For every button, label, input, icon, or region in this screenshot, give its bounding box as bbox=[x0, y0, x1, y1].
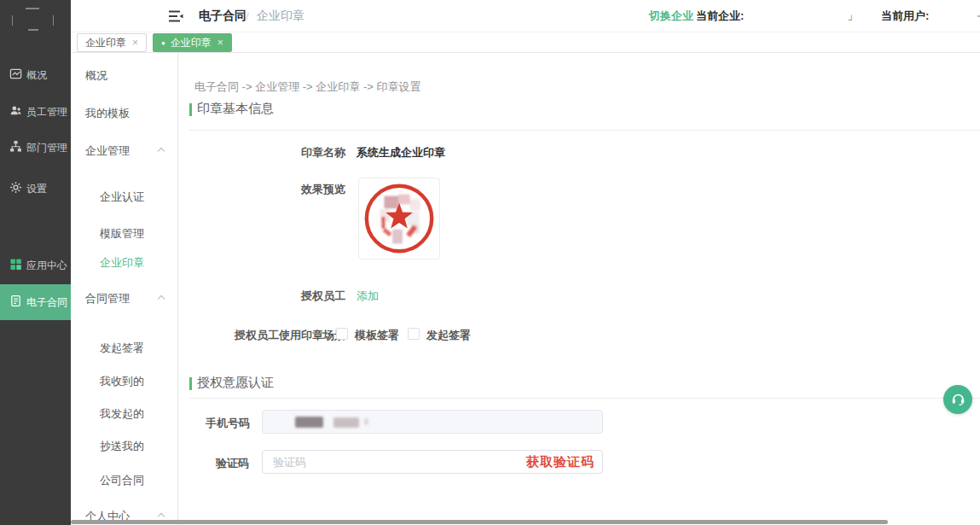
checkbox-initiate-sign-label[interactable]: 发起签署 bbox=[426, 328, 471, 343]
verification-code-field: 获取验证码 bbox=[262, 450, 603, 474]
get-code-button[interactable]: 获取验证码 bbox=[526, 454, 602, 470]
page-breadcrumb: 电子合同 -> 企业管理 -> 企业印章 -> 印章设置 bbox=[194, 79, 420, 95]
org-tree-icon bbox=[9, 140, 22, 156]
phone-number-input bbox=[262, 410, 603, 434]
section-title-auth-will: 授权意愿认证 bbox=[197, 375, 274, 391]
grid-icon bbox=[9, 258, 22, 274]
redacted-phone-value bbox=[295, 417, 323, 428]
tab-bar: 企业印章 × ● 企业印章 × bbox=[71, 32, 980, 53]
close-tab-icon[interactable]: × bbox=[132, 37, 138, 49]
submenu-overview[interactable]: 概况 bbox=[71, 68, 177, 84]
close-tab-icon[interactable]: × bbox=[217, 37, 223, 49]
tab-enterprise-seal-2-active[interactable]: ● 企业印章 × bbox=[153, 33, 232, 52]
customer-service-button[interactable] bbox=[943, 385, 972, 414]
people-icon bbox=[9, 104, 22, 120]
seal-name-value: 系统生成企业印章 bbox=[357, 145, 445, 160]
header-app-title: 电子合同 bbox=[199, 0, 246, 32]
add-staff-link[interactable]: 添加 bbox=[357, 289, 379, 304]
submenu-received[interactable]: 我收到的 bbox=[71, 374, 177, 389]
collapse-menu-icon[interactable] bbox=[169, 0, 183, 32]
redacted-phone-value bbox=[333, 417, 359, 428]
submenu-cc-me[interactable]: 抄送我的 bbox=[71, 439, 177, 454]
current-user-label: 当前用户: bbox=[881, 0, 929, 32]
code-label: 验证码 bbox=[205, 456, 249, 471]
document-icon bbox=[9, 295, 22, 311]
submenu-contract-management[interactable]: 合同管理 bbox=[71, 291, 177, 306]
checkbox-template-sign[interactable] bbox=[336, 328, 348, 340]
gear-icon bbox=[9, 181, 22, 197]
seal-name-label: 印章名称 bbox=[217, 145, 345, 160]
tab-enterprise-seal-1[interactable]: 企业印章 × bbox=[77, 33, 147, 52]
preview-label: 效果预览 bbox=[217, 182, 345, 197]
section-title-seal-info: 印章基本信息 bbox=[197, 101, 274, 117]
headset-icon bbox=[950, 390, 966, 410]
section-accent-bar bbox=[189, 103, 192, 116]
submenu-initiate-sign[interactable]: 发起签署 bbox=[71, 341, 177, 356]
sidebar-item-settings[interactable]: 设置 bbox=[0, 180, 71, 197]
redacted-phone-value bbox=[364, 418, 368, 425]
module-sidebar: 概况 我的模板 企业管理 企业认证 模版管理 企业印章 合同管理 发起签署 我收… bbox=[71, 53, 178, 525]
submenu-enterprise-seal[interactable]: 企业印章 bbox=[71, 255, 177, 271]
active-tab-dot-icon: ● bbox=[161, 39, 165, 47]
company-seal-graphic bbox=[359, 178, 439, 259]
phone-label: 手机号码 bbox=[196, 416, 250, 431]
sidebar-item-e-contract[interactable]: 电子合同 bbox=[0, 284, 71, 320]
breadcrumb-separator: / bbox=[246, 0, 249, 32]
authorized-staff-label: 授权员工 bbox=[217, 289, 345, 304]
section-divider bbox=[189, 398, 980, 399]
submenu-template-management[interactable]: 模版管理 bbox=[71, 226, 177, 242]
section-accent-bar bbox=[189, 377, 192, 390]
top-header: 电子合同 / 企业印章 切换企业 当前企业: 」 当前用户: ▾ bbox=[71, 0, 980, 32]
sidebar-item-department-management[interactable]: 部门管理 bbox=[0, 139, 71, 156]
section-divider bbox=[189, 130, 980, 131]
sidebar-item-staff-management[interactable]: 员工管理 bbox=[0, 103, 71, 120]
checkbox-initiate-sign[interactable] bbox=[408, 328, 420, 340]
current-company-label: 当前企业: bbox=[696, 0, 744, 32]
sidebar-item-app-center[interactable]: 应用中心 bbox=[0, 257, 71, 274]
sidebar-item-overview[interactable]: 概况 bbox=[0, 67, 71, 84]
company-logo bbox=[0, 0, 71, 32]
submenu-initiated[interactable]: 我发起的 bbox=[71, 406, 177, 422]
submenu-enterprise-auth[interactable]: 企业认证 bbox=[71, 190, 177, 205]
submenu-my-templates[interactable]: 我的模板 bbox=[71, 106, 177, 121]
submenu-enterprise-management[interactable]: 企业管理 bbox=[71, 143, 177, 159]
seal-scene-label: 授权员工使用印章场景 bbox=[196, 328, 345, 343]
chevron-up-icon bbox=[158, 513, 165, 520]
switch-company-link[interactable]: 切换企业 bbox=[649, 0, 693, 32]
redacted-company-name: 」 bbox=[847, 0, 858, 32]
chevron-up-icon bbox=[158, 148, 165, 155]
photo-chart-icon bbox=[9, 67, 22, 84]
app-sidebar: 概况 员工管理 部门管理 设置 应用中心 bbox=[0, 0, 71, 525]
submenu-company-contracts[interactable]: 公司合同 bbox=[71, 473, 177, 488]
chevron-up-icon bbox=[158, 295, 165, 302]
verification-code-input[interactable] bbox=[263, 456, 526, 469]
checkbox-template-sign-label[interactable]: 模板签署 bbox=[355, 328, 399, 343]
seal-preview-image bbox=[358, 178, 440, 260]
breadcrumb-current-page: 企业印章 bbox=[257, 0, 304, 32]
horizontal-scrollbar[interactable] bbox=[71, 520, 888, 524]
app-root: 概况 员工管理 部门管理 设置 应用中心 bbox=[0, 0, 980, 525]
